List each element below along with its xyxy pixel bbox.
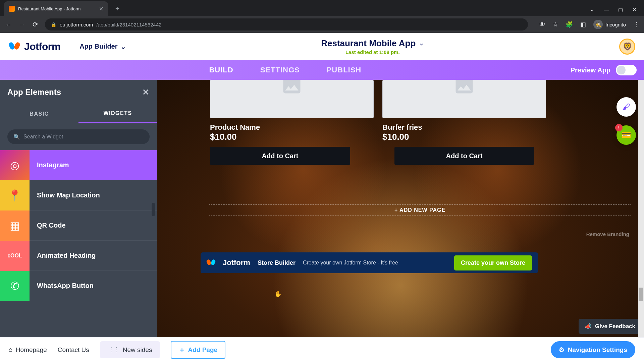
preview-app-label: Preview App — [571, 66, 610, 74]
canvas[interactable]: Product Name $10.00 Add to Cart Burfer f… — [157, 80, 644, 337]
tabs-dropdown-icon[interactable]: ⌄ — [590, 7, 594, 13]
product-price: $10.00 — [210, 132, 374, 142]
product-price: $10.00 — [382, 132, 546, 142]
add-to-cart-button[interactable]: Add to Cart — [210, 147, 350, 165]
plus-icon: ＋ — [179, 346, 185, 354]
chevron-down-icon: ⌄ — [120, 43, 126, 51]
page-chip-label: New sides — [123, 346, 152, 354]
bottom-nav-bar: ⌂ Homepage Contact Us ⋮⋮ New sides ＋ Add… — [0, 337, 644, 362]
eye-off-icon[interactable]: 👁 — [539, 21, 545, 28]
sidebar-scrollbar-thumb[interactable] — [152, 203, 155, 216]
product-name: Burfer fries — [382, 123, 546, 132]
widget-label: Animated Heading — [37, 252, 96, 259]
image-placeholder-icon — [453, 80, 476, 96]
give-feedback-button[interactable]: 📣 Give Feedback — [579, 319, 641, 334]
map-pin-icon: 📍 — [0, 180, 30, 210]
widget-label: QR Code — [37, 222, 66, 229]
tab-settings[interactable]: SETTINGS — [260, 66, 300, 74]
feedback-label: Give Feedback — [595, 323, 635, 330]
nav-back-icon[interactable]: ← — [5, 21, 12, 28]
promo-description: Create your own Jotform Store - It's fre… — [303, 260, 398, 266]
incognito-indicator[interactable]: 🕵 Incognito — [593, 20, 626, 29]
chrome-menu-icon[interactable]: ⋮ — [633, 21, 639, 28]
sidebar-tab-widgets[interactable]: WIDGETS — [78, 105, 157, 123]
jotform-logo-icon — [207, 258, 215, 267]
drag-handle-icon: ⋮⋮ — [108, 346, 119, 354]
credit-card-icon: 💳 — [621, 130, 631, 140]
extensions-icon[interactable]: 🧩 — [566, 21, 573, 28]
browser-tab-strip: Restaurant Mobile App - Jotform ✕ ＋ ⌄ — … — [0, 0, 644, 16]
page-chip-new-sides[interactable]: ⋮⋮ New sides — [100, 341, 160, 358]
nav-homepage[interactable]: ⌂ Homepage — [9, 346, 47, 354]
whatsapp-icon: ✆ — [0, 271, 30, 301]
app-builder-dropdown[interactable]: App Builder ⌄ — [70, 43, 126, 51]
product-name: Product Name — [210, 123, 374, 132]
home-icon: ⌂ — [9, 346, 12, 353]
preview-toggle[interactable] — [616, 65, 637, 75]
nav-homepage-label: Homepage — [16, 346, 47, 354]
style-float-button[interactable]: 🖌 — [616, 97, 636, 117]
gear-icon: ⚙ — [559, 346, 565, 354]
browser-tab[interactable]: Restaurant Mobile App - Jotform ✕ — [4, 1, 108, 16]
nav-contact-us[interactable]: Contact Us — [58, 346, 89, 354]
user-avatar[interactable]: 🦁 — [619, 39, 635, 55]
alert-badge: ! — [615, 124, 623, 131]
remove-branding-link[interactable]: Remove Branding — [586, 231, 629, 237]
brand-logo[interactable]: Jotform — [9, 41, 60, 52]
widget-item-map[interactable]: 📍 Show Map Location — [0, 180, 157, 210]
bookmark-star-icon[interactable]: ☆ — [553, 21, 558, 28]
close-sidebar-icon[interactable]: ✕ — [142, 87, 150, 98]
tab-publish[interactable]: PUBLISH — [327, 66, 362, 74]
canvas-scrollbar[interactable] — [638, 80, 644, 337]
tab-favicon-icon — [9, 6, 15, 12]
widget-label: Instagram — [37, 161, 69, 169]
widget-item-whatsapp[interactable]: ✆ WhatsApp Button — [0, 271, 157, 301]
incognito-label: Incognito — [605, 22, 626, 27]
app-header: Jotform App Builder ⌄ Restaurant Mobile … — [0, 33, 644, 60]
navigation-settings-button[interactable]: ⚙ Navigation Settings — [551, 341, 635, 358]
tab-build[interactable]: BUILD — [209, 66, 233, 74]
megaphone-icon: 📣 — [585, 323, 592, 330]
app-title: Restaurant Mobile App — [321, 38, 416, 49]
widget-label: Show Map Location — [37, 191, 100, 199]
sidebar-title: App Elements — [7, 87, 61, 97]
side-panel-icon[interactable]: ◧ — [580, 21, 586, 28]
qr-code-icon: ▦ — [0, 210, 30, 241]
elements-sidebar: App Elements ✕ BASIC WIDGETS 🔍 Search a … — [0, 80, 157, 337]
widget-label: WhatsApp Button — [37, 282, 94, 290]
close-window-icon[interactable]: ✕ — [632, 7, 637, 13]
scrollbar-thumb[interactable] — [639, 288, 643, 301]
add-page-button[interactable]: ＋ Add Page — [171, 341, 225, 359]
last-edited-label: Last edited at 1:08 pm. — [126, 49, 619, 55]
tab-title: Restaurant Mobile App - Jotform — [18, 6, 96, 11]
maximize-window-icon[interactable]: ▢ — [618, 7, 623, 13]
product-card[interactable]: Product Name $10.00 Add to Cart — [210, 80, 374, 165]
add-to-cart-button[interactable]: Add to Cart — [394, 147, 534, 165]
product-card[interactable]: Burfer fries $10.00 Add to Cart — [382, 80, 546, 165]
close-tab-icon[interactable]: ✕ — [99, 6, 103, 12]
widget-search-input[interactable]: 🔍 Search a Widget — [7, 129, 150, 144]
product-image-placeholder[interactable] — [382, 80, 546, 118]
search-icon: 🔍 — [13, 134, 20, 140]
payments-float-button[interactable]: ! 💳 — [616, 125, 636, 145]
window-controls: ⌄ — ▢ ✕ — [590, 7, 644, 16]
product-image-placeholder[interactable] — [210, 80, 374, 118]
animated-text-icon: cOOL — [0, 241, 30, 271]
widget-item-instagram[interactable]: ◎ Instagram — [0, 150, 157, 180]
new-tab-button[interactable]: ＋ — [114, 4, 121, 13]
nav-forward-icon[interactable]: → — [18, 21, 25, 28]
reload-icon[interactable]: ⟳ — [32, 20, 39, 28]
url-path: /app/build/231402114562442 — [96, 22, 161, 27]
widget-item-qr[interactable]: ▦ QR Code — [0, 210, 157, 241]
main-tab-bar: BUILD SETTINGS PUBLISH Preview App — [0, 60, 644, 80]
sidebar-tab-basic[interactable]: BASIC — [0, 105, 78, 123]
minimize-window-icon[interactable]: — — [604, 7, 609, 13]
widget-item-animated-heading[interactable]: cOOL Animated Heading — [0, 241, 157, 271]
url-host: eu.jotform.com — [60, 22, 93, 27]
create-store-button[interactable]: Create your own Store — [454, 255, 532, 270]
app-title-dropdown[interactable]: Restaurant Mobile App ⌄ — [126, 38, 619, 49]
instagram-icon: ◎ — [0, 150, 30, 180]
nav-settings-label: Navigation Settings — [568, 346, 627, 354]
add-new-page-button[interactable]: + ADD NEW PAGE — [209, 204, 631, 216]
url-input[interactable]: 🔒 eu.jotform.com/app/build/2314021145624… — [45, 18, 528, 31]
